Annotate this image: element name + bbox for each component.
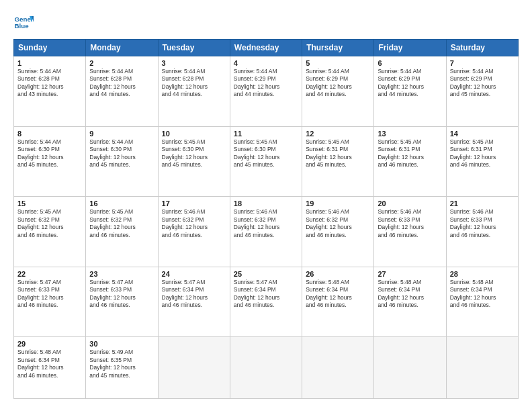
day-info: Sunrise: 5:44 AMSunset: 6:30 PMDaylight:… bbox=[89, 138, 154, 169]
weekday-header-monday: Monday bbox=[86, 40, 158, 56]
week-row-4: 22Sunrise: 5:47 AMSunset: 6:33 PMDayligh… bbox=[14, 267, 519, 337]
day-cell bbox=[302, 337, 374, 399]
day-number: 8 bbox=[17, 130, 82, 138]
day-cell: 2Sunrise: 5:44 AMSunset: 6:28 PMDaylight… bbox=[86, 56, 158, 127]
calendar-table: SundayMondayTuesdayWednesdayThursdayFrid… bbox=[13, 39, 519, 399]
day-cell: 27Sunrise: 5:48 AMSunset: 6:34 PMDayligh… bbox=[374, 267, 446, 337]
top-section: General Blue bbox=[13, 12, 519, 32]
day-number: 21 bbox=[450, 199, 515, 208]
day-cell: 11Sunrise: 5:45 AMSunset: 6:30 PMDayligh… bbox=[230, 126, 302, 197]
day-number: 19 bbox=[306, 199, 370, 208]
day-cell: 24Sunrise: 5:47 AMSunset: 6:34 PMDayligh… bbox=[158, 267, 230, 337]
day-info: Sunrise: 5:46 AMSunset: 6:32 PMDaylight:… bbox=[306, 208, 370, 239]
day-cell: 20Sunrise: 5:46 AMSunset: 6:33 PMDayligh… bbox=[374, 197, 446, 267]
day-number: 25 bbox=[234, 270, 298, 278]
day-number: 4 bbox=[234, 59, 298, 67]
day-number: 6 bbox=[378, 59, 442, 67]
day-info: Sunrise: 5:44 AMSunset: 6:28 PMDaylight:… bbox=[162, 68, 226, 99]
day-number: 5 bbox=[306, 59, 370, 67]
logo: General Blue bbox=[13, 12, 34, 32]
day-cell: 4Sunrise: 5:44 AMSunset: 6:29 PMDaylight… bbox=[230, 56, 302, 127]
day-cell: 23Sunrise: 5:47 AMSunset: 6:33 PMDayligh… bbox=[86, 267, 158, 337]
day-cell bbox=[374, 337, 446, 399]
day-number: 14 bbox=[450, 130, 515, 138]
day-info: Sunrise: 5:49 AMSunset: 6:35 PMDaylight:… bbox=[89, 349, 154, 379]
day-info: Sunrise: 5:45 AMSunset: 6:32 PMDaylight:… bbox=[17, 208, 82, 239]
day-cell: 1Sunrise: 5:44 AMSunset: 6:28 PMDaylight… bbox=[14, 56, 86, 127]
day-number: 1 bbox=[17, 59, 82, 67]
day-info: Sunrise: 5:44 AMSunset: 6:28 PMDaylight:… bbox=[17, 68, 82, 99]
day-number: 20 bbox=[378, 199, 442, 208]
day-info: Sunrise: 5:45 AMSunset: 6:30 PMDaylight:… bbox=[162, 138, 226, 169]
day-info: Sunrise: 5:47 AMSunset: 6:34 PMDaylight:… bbox=[234, 279, 298, 310]
day-info: Sunrise: 5:45 AMSunset: 6:32 PMDaylight:… bbox=[89, 208, 154, 239]
day-info: Sunrise: 5:45 AMSunset: 6:31 PMDaylight:… bbox=[450, 138, 515, 169]
day-info: Sunrise: 5:44 AMSunset: 6:29 PMDaylight:… bbox=[378, 68, 442, 99]
calendar-body: 1Sunrise: 5:44 AMSunset: 6:28 PMDaylight… bbox=[14, 56, 519, 399]
day-cell: 3Sunrise: 5:44 AMSunset: 6:28 PMDaylight… bbox=[158, 56, 230, 127]
page: General Blue SundayMondayTuesdayWednesda… bbox=[0, 0, 532, 411]
day-info: Sunrise: 5:46 AMSunset: 6:32 PMDaylight:… bbox=[162, 208, 226, 239]
day-info: Sunrise: 5:48 AMSunset: 6:34 PMDaylight:… bbox=[450, 279, 515, 310]
weekday-header-sunday: Sunday bbox=[14, 40, 86, 56]
day-cell: 29Sunrise: 5:48 AMSunset: 6:34 PMDayligh… bbox=[14, 337, 86, 399]
day-number: 17 bbox=[162, 199, 226, 208]
day-info: Sunrise: 5:46 AMSunset: 6:32 PMDaylight:… bbox=[234, 208, 298, 239]
day-number: 18 bbox=[234, 199, 298, 208]
day-cell: 9Sunrise: 5:44 AMSunset: 6:30 PMDaylight… bbox=[86, 126, 158, 197]
day-cell: 18Sunrise: 5:46 AMSunset: 6:32 PMDayligh… bbox=[230, 197, 302, 267]
day-cell: 30Sunrise: 5:49 AMSunset: 6:35 PMDayligh… bbox=[86, 337, 158, 399]
day-number: 7 bbox=[450, 59, 515, 67]
day-cell: 17Sunrise: 5:46 AMSunset: 6:32 PMDayligh… bbox=[158, 197, 230, 267]
day-info: Sunrise: 5:45 AMSunset: 6:31 PMDaylight:… bbox=[378, 138, 442, 169]
day-info: Sunrise: 5:46 AMSunset: 6:33 PMDaylight:… bbox=[450, 208, 515, 239]
day-cell: 7Sunrise: 5:44 AMSunset: 6:29 PMDaylight… bbox=[446, 56, 518, 127]
day-number: 24 bbox=[162, 270, 226, 278]
calendar-header: SundayMondayTuesdayWednesdayThursdayFrid… bbox=[14, 40, 519, 56]
day-info: Sunrise: 5:45 AMSunset: 6:31 PMDaylight:… bbox=[306, 138, 370, 169]
day-number: 2 bbox=[89, 59, 154, 67]
day-info: Sunrise: 5:44 AMSunset: 6:28 PMDaylight:… bbox=[89, 68, 154, 99]
weekday-header-tuesday: Tuesday bbox=[158, 40, 230, 56]
svg-text:Blue: Blue bbox=[15, 22, 30, 30]
day-cell: 8Sunrise: 5:44 AMSunset: 6:30 PMDaylight… bbox=[14, 126, 86, 197]
day-info: Sunrise: 5:47 AMSunset: 6:34 PMDaylight:… bbox=[162, 279, 226, 310]
week-row-1: 1Sunrise: 5:44 AMSunset: 6:28 PMDaylight… bbox=[14, 56, 519, 127]
day-number: 23 bbox=[89, 270, 154, 278]
day-number: 15 bbox=[17, 199, 82, 208]
day-number: 29 bbox=[17, 340, 82, 348]
day-cell: 12Sunrise: 5:45 AMSunset: 6:31 PMDayligh… bbox=[302, 126, 374, 197]
week-row-5: 29Sunrise: 5:48 AMSunset: 6:34 PMDayligh… bbox=[14, 337, 519, 399]
generalblue-logo-icon: General Blue bbox=[13, 12, 34, 32]
day-number: 26 bbox=[306, 270, 370, 278]
day-cell: 26Sunrise: 5:48 AMSunset: 6:34 PMDayligh… bbox=[302, 267, 374, 337]
day-info: Sunrise: 5:47 AMSunset: 6:33 PMDaylight:… bbox=[17, 279, 82, 310]
day-cell: 10Sunrise: 5:45 AMSunset: 6:30 PMDayligh… bbox=[158, 126, 230, 197]
week-row-3: 15Sunrise: 5:45 AMSunset: 6:32 PMDayligh… bbox=[14, 197, 519, 267]
weekday-header-row: SundayMondayTuesdayWednesdayThursdayFrid… bbox=[14, 40, 519, 56]
day-number: 13 bbox=[378, 130, 442, 138]
day-cell: 13Sunrise: 5:45 AMSunset: 6:31 PMDayligh… bbox=[374, 126, 446, 197]
weekday-header-saturday: Saturday bbox=[446, 40, 518, 56]
day-cell: 14Sunrise: 5:45 AMSunset: 6:31 PMDayligh… bbox=[446, 126, 518, 197]
day-cell: 22Sunrise: 5:47 AMSunset: 6:33 PMDayligh… bbox=[14, 267, 86, 337]
day-info: Sunrise: 5:48 AMSunset: 6:34 PMDaylight:… bbox=[378, 279, 442, 310]
day-number: 11 bbox=[234, 130, 298, 138]
weekday-header-thursday: Thursday bbox=[302, 40, 374, 56]
day-number: 12 bbox=[306, 130, 370, 138]
day-cell: 25Sunrise: 5:47 AMSunset: 6:34 PMDayligh… bbox=[230, 267, 302, 337]
day-number: 9 bbox=[89, 130, 154, 138]
day-number: 22 bbox=[17, 270, 82, 278]
day-cell: 15Sunrise: 5:45 AMSunset: 6:32 PMDayligh… bbox=[14, 197, 86, 267]
day-cell: 28Sunrise: 5:48 AMSunset: 6:34 PMDayligh… bbox=[446, 267, 518, 337]
day-number: 3 bbox=[162, 59, 226, 67]
day-number: 27 bbox=[378, 270, 442, 278]
day-info: Sunrise: 5:47 AMSunset: 6:33 PMDaylight:… bbox=[89, 279, 154, 310]
day-info: Sunrise: 5:44 AMSunset: 6:29 PMDaylight:… bbox=[450, 68, 515, 99]
day-number: 30 bbox=[89, 340, 154, 348]
day-cell: 16Sunrise: 5:45 AMSunset: 6:32 PMDayligh… bbox=[86, 197, 158, 267]
day-info: Sunrise: 5:44 AMSunset: 6:29 PMDaylight:… bbox=[234, 68, 298, 99]
day-info: Sunrise: 5:44 AMSunset: 6:29 PMDaylight:… bbox=[306, 68, 370, 99]
day-number: 16 bbox=[89, 199, 154, 208]
day-number: 10 bbox=[162, 130, 226, 138]
